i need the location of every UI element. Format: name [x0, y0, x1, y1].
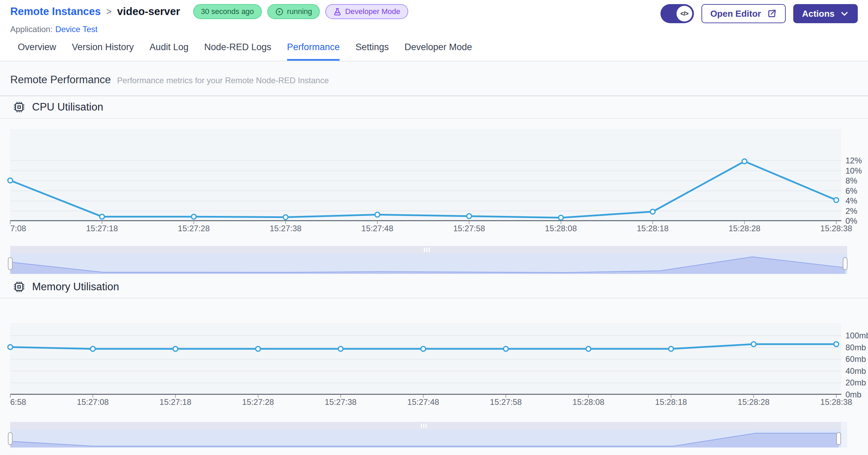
cpu-data-point	[191, 214, 196, 219]
mem-x-axis-label: 15:28:28	[738, 397, 769, 407]
tab-bar: OverviewVersion HistoryAudit LogNode-RED…	[0, 34, 868, 61]
cpu-data-point	[283, 215, 288, 220]
mem-data-point	[90, 347, 95, 351]
open-editor-button[interactable]: Open Editor	[701, 4, 786, 23]
cpu-data-point	[467, 214, 471, 219]
cpu-data-point	[100, 214, 104, 219]
cpu-y-axis-label: 2%	[845, 206, 857, 216]
cpu-brush-minimap[interactable]	[10, 253, 847, 274]
cpu-chart: 0%2%4%6%8%10%12% 7:0815:27:1815:27:2815:…	[0, 129, 868, 233]
chip-icon	[13, 281, 25, 293]
mem-data-point	[586, 347, 591, 351]
mem-data-point	[421, 347, 426, 351]
tab-performance[interactable]: Performance	[287, 34, 340, 61]
mem-x-axis-label: 15:27:18	[159, 397, 191, 407]
memory-brush-strip[interactable]	[10, 422, 847, 430]
cpu-y-axis-label: 12%	[845, 156, 862, 165]
mem-data-point	[8, 345, 13, 350]
memory-brush-drag-handle[interactable]	[421, 424, 427, 428]
tab-node-red-logs[interactable]: Node-RED Logs	[204, 34, 271, 61]
mem-x-axis-label: 6:58	[10, 397, 26, 407]
actions-label: Actions	[802, 9, 835, 19]
page-title: video-server	[117, 5, 180, 18]
mem-x-axis-label: 15:28:08	[572, 397, 604, 407]
breadcrumb: Remote Instances > video-server 30 secon…	[10, 4, 408, 19]
memory-section: Memory Utilisation 0mb20mb40mb60mb80mb10…	[0, 276, 868, 447]
cpu-y-axis: 0%2%4%6%8%10%12%	[841, 129, 868, 221]
memory-chart-plot: 0mb20mb40mb60mb80mb100mb	[10, 323, 841, 395]
cpu-x-axis-label: 15:27:58	[453, 224, 485, 233]
mem-x-axis-label: 15:27:48	[407, 397, 439, 407]
cpu-x-axis-label: 15:27:18	[86, 224, 118, 233]
cpu-section-header: CPU Utilisation	[0, 96, 868, 119]
tab-developer-mode[interactable]: Developer Mode	[404, 34, 472, 61]
memory-y-axis: 0mb20mb40mb60mb80mb100mb	[841, 323, 868, 395]
badge-label: 30 seconds ago	[201, 7, 254, 16]
mem-x-axis-label: 15:27:58	[490, 397, 522, 407]
memory-chart-brush[interactable]	[10, 422, 847, 447]
flask-icon	[333, 8, 342, 16]
cpu-section-title: CPU Utilisation	[32, 101, 103, 113]
cpu-x-axis-label: 15:27:38	[270, 224, 301, 233]
memory-brush-minimap[interactable]	[10, 430, 847, 447]
breadcrumb-separator: >	[106, 6, 112, 17]
cpu-x-axis-label: 15:28:18	[637, 224, 669, 233]
cpu-brush-left-handle[interactable]	[8, 257, 13, 270]
mem-x-axis-label: 15:27:28	[242, 397, 274, 407]
cpu-data-point	[8, 178, 13, 183]
chevron-down-icon	[840, 9, 849, 18]
cpu-brush-drag-handle[interactable]	[424, 248, 430, 252]
tab-overview[interactable]: Overview	[18, 34, 56, 61]
header-actions: </> Open Editor Actions	[660, 0, 858, 34]
cpu-brush-strip[interactable]	[10, 246, 847, 253]
external-link-icon	[767, 9, 777, 19]
badge-label: running	[287, 7, 312, 16]
application-label: Application:	[10, 25, 53, 34]
mem-x-axis-label: 15:27:38	[325, 397, 356, 407]
cpu-x-axis-label: 15:27:28	[178, 224, 210, 233]
open-editor-label: Open Editor	[710, 9, 761, 19]
badge-developer-mode: Developer Mode	[325, 4, 408, 19]
cpu-data-point	[650, 209, 655, 214]
cpu-data-point	[742, 159, 747, 164]
mem-plot-svg	[10, 323, 841, 395]
cpu-chart-brush[interactable]	[10, 246, 847, 274]
cpu-chart-line	[10, 161, 836, 218]
cpu-data-point	[558, 215, 563, 220]
mem-y-axis-label: 20mb	[845, 378, 866, 387]
tab-settings[interactable]: Settings	[355, 34, 389, 61]
main-content: Remote Performance Performance metrics f…	[0, 61, 868, 455]
memory-chart: 0mb20mb40mb60mb80mb100mb 6:5815:27:0815:…	[0, 323, 868, 407]
memory-section-title: Memory Utilisation	[32, 281, 119, 293]
cpu-x-axis-label: 15:28:08	[545, 224, 577, 233]
header-left: Remote Instances > video-server 30 secon…	[10, 0, 408, 34]
application-link[interactable]: Device Test	[55, 25, 98, 34]
code-icon: </>	[677, 6, 692, 21]
cpu-brush-right-handle[interactable]	[843, 257, 848, 270]
badge-30-seconds-ago: 30 seconds ago	[193, 4, 262, 19]
cpu-x-axis: 7:0815:27:1815:27:2815:27:3815:27:4815:2…	[10, 221, 841, 233]
cpu-plot-svg	[10, 129, 841, 221]
memory-section-header: Memory Utilisation	[0, 276, 868, 298]
memory-x-axis: 6:5815:27:0815:27:1815:27:2815:27:3815:2…	[10, 395, 841, 407]
chip-icon	[13, 101, 25, 113]
tab-audit-log[interactable]: Audit Log	[150, 34, 188, 61]
cpu-y-axis-label: 10%	[845, 166, 862, 176]
mem-data-point	[503, 347, 508, 351]
mem-y-axis-label: 60mb	[845, 354, 866, 364]
memory-brush-left-handle[interactable]	[8, 432, 13, 445]
mem-data-point	[834, 342, 839, 347]
memory-brush-right-handle[interactable]	[836, 432, 841, 445]
editor-availability-toggle[interactable]: </>	[660, 4, 694, 23]
mem-x-axis-label: 15:28:18	[655, 397, 687, 407]
cpu-section: CPU Utilisation 0%2%4%6%8%10%12% 7:0815:…	[0, 96, 868, 274]
tab-version-history[interactable]: Version History	[72, 34, 134, 61]
mem-data-point	[751, 342, 756, 347]
badge-label: Developer Mode	[345, 7, 400, 16]
cpu-chart-plot: 0%2%4%6%8%10%12%	[10, 129, 841, 221]
cpu-x-axis-label: 7:08	[10, 224, 26, 233]
breadcrumb-root-link[interactable]: Remote Instances	[10, 5, 101, 18]
mem-data-point	[669, 347, 673, 351]
actions-button[interactable]: Actions	[793, 4, 858, 23]
mem-x-axis-label: 15:28:38	[820, 397, 852, 407]
